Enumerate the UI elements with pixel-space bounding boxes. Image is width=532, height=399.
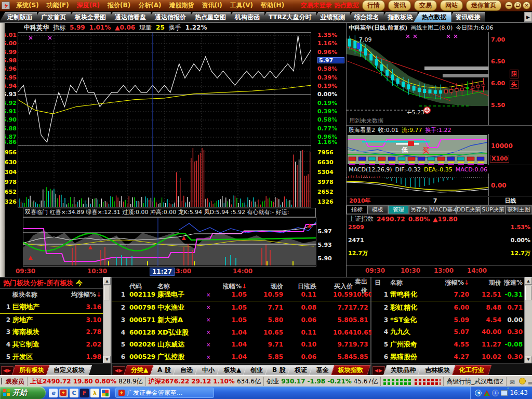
start-button[interactable]: 开始 (0, 387, 46, 399)
button-profit-chart[interactable]: 获利主图 (506, 205, 532, 214)
tray-network-icon[interactable] (501, 390, 508, 396)
scroll-up-icon: ▲ (525, 277, 532, 285)
macd-chart[interactable] (347, 174, 488, 196)
sector-row[interactable]: 3海南板块2.78 (0, 326, 111, 339)
kline-chart[interactable]: 7.09 ←5.23 用到未来数据 (347, 32, 488, 125)
close-button[interactable]: × (523, 2, 530, 9)
menu-function[interactable]: 功能(F) (43, 1, 73, 10)
menu-quote[interactable]: 报价(B) (104, 1, 134, 10)
sector-row[interactable]: 2房地产3.10 (0, 314, 111, 326)
tab-hot-data[interactable]: 热点数据 (414, 12, 451, 22)
minimize-button[interactable]: — (505, 2, 513, 9)
messenger-icon[interactable]: C (70, 389, 78, 397)
sh-index-status[interactable]: 上证2490.72 19.80 0.80% 828.9亿 (28, 377, 146, 386)
tray-back-icon[interactable]: ◀ (475, 390, 482, 396)
website-button[interactable]: 网站 (440, 0, 463, 11)
tab-ranking[interactable]: 综合排名 (347, 12, 384, 22)
qianlong-icon[interactable]: λ (90, 389, 99, 397)
menu-info[interactable]: 资讯(I) (198, 1, 225, 10)
signal-icon[interactable] (528, 378, 532, 384)
rank-scrollbar[interactable]: ▲ ▼ (524, 277, 532, 363)
sector-row[interactable]: 5开发区1.98 (0, 351, 111, 363)
connection-status[interactable]: 高级行情_武汉电信2 (444, 377, 507, 386)
news-button[interactable]: 资讯 (388, 0, 411, 11)
menu-system[interactable]: 系统(S) (12, 1, 43, 10)
rank-row[interactable]: 3*ST金化5.094.540.00 (371, 314, 532, 326)
tab-gf-home[interactable]: 广发首页 (33, 12, 71, 22)
tab-tdx-quote[interactable]: 通达信报价 (147, 12, 191, 22)
sector-scrollbar[interactable]: ▲ ▼ (103, 277, 111, 363)
button-indicator[interactable]: 指标 (347, 205, 367, 214)
hs-index-status[interactable]: 沪深2676.22 29.12 1.10% 634.6亿 (146, 377, 264, 386)
tab-sector-index[interactable]: 板块指数 (331, 365, 370, 375)
tab-scroll-arrows[interactable]: ◀▶ (373, 366, 385, 375)
tab-institution[interactable]: 机构密函 (227, 12, 264, 22)
gem-index-status[interactable]: 创业 930.17 -1.98 -0.21% 45.67亿 (264, 377, 381, 386)
quote-row[interactable]: 5002026山东威达×1.049.710.109.719.73 (112, 338, 370, 351)
tab-all-sectors[interactable]: 所有板块 (12, 365, 51, 375)
tab-jilin-sector[interactable]: 吉林板块 (418, 365, 457, 375)
quote-row[interactable]: 3000571新大洲A×1.055.800.065.805.81 (112, 314, 370, 326)
f-tool-icon[interactable]: F (80, 389, 89, 397)
quote-row[interactable]: 2000798中水渔业×1.057.710.087.717.72 (112, 301, 370, 314)
rank-row[interactable]: 2彩虹精化6.008.480.71 (371, 301, 532, 314)
button-macd-basic[interactable]: MACD基本 (430, 205, 456, 214)
mini-home-button[interactable]: 迷你首页 (466, 0, 501, 11)
menu-depth[interactable]: 深度(R) (73, 1, 103, 10)
indicator-subchart[interactable] (23, 217, 316, 267)
quote-row[interactable]: 6000529广弘控股×1.045.850.065.845.85 (112, 351, 370, 363)
media-icon[interactable] (101, 389, 110, 397)
ie-icon[interactable]: e (49, 389, 58, 397)
panel-grip[interactable] (0, 23, 5, 277)
menu-hk-futures[interactable]: 港股期货 (165, 1, 197, 10)
quote-button[interactable]: 行情 (362, 0, 385, 11)
trade-button[interactable]: 交易 (414, 0, 437, 11)
tab-custom-layout[interactable]: 定制版面 (0, 12, 37, 22)
mail-icon[interactable]: ✉ (510, 378, 516, 384)
rank-row[interactable]: 1雷鸣科化7.2012.51-0.31 (371, 289, 532, 301)
bottom-area: 热门板块分析-所有板块 今 板块名称 均涨幅%↓ 1巨潮地产3.16 2房地产3… (0, 277, 532, 375)
restore-button[interactable] (514, 2, 522, 9)
index-mini-chart[interactable]: 2509 2471 12.7万 1.53% 0.00% 12.7万 (347, 223, 532, 266)
tab-chemical-industry[interactable]: 化工行业 (452, 365, 491, 375)
tab-scroll-right-icon[interactable]: ▶ (524, 12, 532, 22)
tray-triangles-icon[interactable] (484, 390, 490, 396)
menu-help[interactable]: 帮助(H) (257, 1, 288, 10)
menu-tools[interactable]: 工具(V) (227, 1, 257, 10)
intraday-chart[interactable] (18, 32, 316, 208)
menu-analysis[interactable]: 分析(A) (135, 1, 165, 10)
tab-news-links[interactable]: 资讯链接 (448, 12, 485, 22)
quote-row[interactable]: 4600128XD弘业股×1.0410.650.1110.6410.65 (112, 326, 370, 339)
tab-hot-starmap[interactable]: 热点星空图 (187, 12, 231, 22)
button-template[interactable]: 模板 (367, 205, 388, 214)
quote-row[interactable]: 1002119康强电子×1.0510.590.1110.5910.60 (112, 289, 370, 301)
tab-scroll-arrows[interactable]: ◀▶ (113, 366, 125, 375)
rank-row[interactable]: 6黑猫股份4.2710.020.30 (371, 351, 532, 363)
tab-index-sectors[interactable]: 指数板块 (380, 12, 418, 22)
button-save-as[interactable]: 另存为 (409, 205, 430, 214)
sector-row[interactable]: 1巨潮地产3.16 (0, 301, 111, 314)
tab-tdx-watch[interactable]: 通达信看盘 (107, 12, 151, 22)
tab-ttrz-intraday[interactable]: TTRZ大盘分时 (261, 12, 316, 22)
period-label[interactable]: 日线 (488, 197, 532, 205)
tab-custom-sectors[interactable]: 自定义板块 (46, 365, 92, 375)
coin-icon[interactable] (519, 378, 526, 384)
current-volume: 25 (156, 24, 165, 31)
taskbar-window-button[interactable]: 广发证券金管家至... (115, 388, 214, 398)
tray-shield-icon[interactable]: + (492, 390, 499, 396)
gf-lightning-icon[interactable] (59, 389, 68, 397)
tab-earnings-forecast[interactable]: 业绩预测 (313, 12, 350, 22)
rank-row[interactable]: 5广州浪奇4.5511.27-0.08 (371, 338, 532, 351)
button-sup[interactable]: SUP决策 (481, 205, 505, 214)
hot-sector-panel: 热门板块分析-所有板块 今 板块名称 均涨幅%↓ 1巨潮地产3.16 2房地产3… (0, 277, 112, 375)
tab-sector-panorama[interactable]: 板块全景图 (67, 12, 111, 22)
button-dde[interactable]: DDE决策 (456, 205, 481, 214)
tab-scroll-arrows[interactable]: ◀▶ (1, 366, 14, 375)
volume-indicator-chart[interactable]: 低 买 (347, 134, 488, 165)
market-heat-bars (383, 378, 441, 385)
button-manage[interactable]: 管理 (388, 205, 409, 214)
rank-row[interactable]: 4九九久5.0740.000.30 (371, 326, 532, 339)
kline-arrow-note: ←5.23 (407, 109, 424, 116)
sector-row[interactable]: 4其它制造2.02 (0, 338, 111, 351)
tab-related[interactable]: 关联品种 (383, 365, 423, 375)
